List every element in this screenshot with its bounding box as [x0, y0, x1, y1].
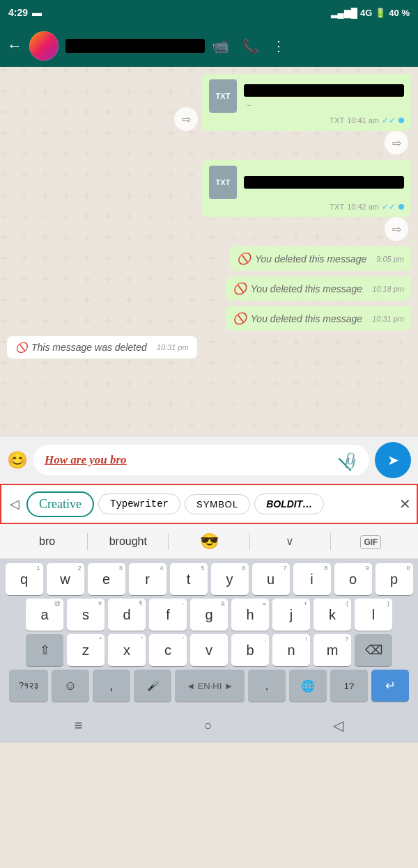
key-y[interactable]: 6y — [211, 563, 249, 595]
key-k[interactable]: (k — [314, 599, 351, 631]
period-key[interactable]: . — [248, 670, 286, 702]
time-stamp-2: 10:42 am — [347, 203, 379, 211]
comma-key[interactable]: , — [93, 670, 130, 702]
key-z[interactable]: *z — [67, 634, 104, 666]
suggestion-bro[interactable]: bro — [7, 530, 87, 553]
globe-key[interactable]: 🌐 — [289, 670, 327, 702]
chat-header: ← 📹 📞 ⋮ — [0, 25, 418, 67]
mic-key[interactable]: 🎤 — [134, 670, 171, 702]
key-u[interactable]: 7u — [252, 563, 290, 595]
key-o[interactable]: 9o — [334, 563, 372, 595]
key-e[interactable]: 3e — [88, 563, 125, 595]
deleted-bubble-1: 🚫 You deleted this message 9:05 pm — [230, 246, 411, 271]
backspace-key[interactable]: ⌫ — [355, 634, 392, 666]
file-ext-label: TXT — [216, 92, 231, 100]
suggestion-gif[interactable]: GIF — [331, 530, 411, 553]
deleted-message-row-1: 🚫 You deleted this message 9:05 pm — [7, 246, 411, 271]
voice-call-icon[interactable]: 📞 — [242, 38, 259, 54]
message-time-2: TXT 10:42 am ✓✓ — [209, 202, 404, 212]
input-text[interactable]: How are you bro — [45, 453, 341, 467]
suggestion-brought[interactable]: brought — [88, 530, 168, 553]
key-w[interactable]: 2w — [47, 563, 84, 595]
font-bar-scroll-left[interactable]: ◁ — [7, 496, 22, 512]
key-q[interactable]: 1q — [6, 563, 43, 595]
file-message-2: TXT TXT 10:42 am ✓✓ — [202, 160, 411, 217]
font-chip-symbol-label: SYMBOL — [196, 499, 238, 510]
key-i[interactable]: 8i — [293, 563, 331, 595]
emoji-button[interactable]: 😊 — [7, 450, 28, 470]
key-d[interactable]: ₹d — [108, 599, 146, 631]
key-row-3: ⇧ *z "x 'c :v ;b !n ?m ⌫ — [3, 634, 415, 666]
deleted-received-bubble: 🚫 This message was deleted 10:31 pm — [7, 336, 197, 358]
nav-home-icon[interactable]: ○ — [203, 718, 212, 734]
space-key[interactable]: ◄ EN·HI ► — [175, 670, 245, 702]
avatar[interactable] — [29, 31, 59, 61]
key-g[interactable]: &g — [190, 599, 228, 631]
key-f[interactable]: -f — [149, 599, 187, 631]
key-b[interactable]: ;b — [231, 634, 269, 666]
forward-row-1: ⇨ — [7, 131, 411, 155]
key-s[interactable]: #s — [67, 599, 104, 631]
battery-level: 40 % — [389, 8, 410, 18]
deleted-received-icon: 🚫 — [15, 342, 27, 353]
file-type-icon: TXT — [209, 79, 237, 113]
suggestion-bar: bro brought 😎 ∨ GIF — [0, 524, 418, 559]
suggestion-emoji-icon: 😎 — [200, 532, 219, 550]
font-chip-creative[interactable]: Creative — [26, 491, 94, 517]
key-c[interactable]: 'c — [149, 634, 187, 666]
attach-icon[interactable]: 📎 — [337, 448, 362, 473]
enter-key[interactable]: ↵ — [371, 670, 409, 702]
key-p[interactable]: 0p — [376, 563, 413, 595]
font-chip-symbol[interactable]: SYMBOL — [185, 494, 250, 514]
send-button[interactable]: ➤ — [375, 442, 411, 478]
video-call-icon[interactable]: 📹 — [212, 38, 229, 54]
back-button[interactable]: ← — [7, 37, 22, 55]
forward-btn-1[interactable]: ⇨ — [385, 131, 408, 155]
deleted-content-2: 🚫 You deleted this message 10:18 pm — [233, 282, 404, 295]
key-j[interactable]: +j — [272, 599, 310, 631]
enter-icon: ↵ — [385, 678, 396, 693]
key-m[interactable]: ?m — [314, 634, 351, 666]
key-h[interactable]: =h — [231, 599, 269, 631]
battery-icon: 🔋 — [375, 8, 386, 18]
font-chip-typewriter[interactable]: Typewriter — [98, 494, 180, 514]
emoji-key[interactable]: ☺ — [52, 670, 89, 702]
font-chip-creative-label: Creative — [39, 497, 82, 511]
message-time: TXT 10:41 am ✓✓ — [209, 116, 404, 125]
num-label: ?१२३ — [19, 680, 38, 691]
time-stamp-1: 10:41 am — [347, 116, 379, 125]
key-n[interactable]: !n — [272, 634, 310, 666]
shift-key[interactable]: ⇧ — [26, 634, 63, 666]
suggestion-expand[interactable]: ∨ — [250, 529, 330, 553]
file-name-redacted — [244, 84, 404, 97]
message-input-field[interactable]: How are you bro 📎 — [33, 445, 369, 475]
font-bar-close-button[interactable]: ✕ — [399, 496, 411, 512]
more-options-icon[interactable]: ⋮ — [272, 38, 286, 54]
key-a[interactable]: @a — [26, 599, 63, 631]
file-content: ⇨ TXT ... — [209, 79, 404, 113]
alt-key[interactable]: 1? — [330, 670, 368, 702]
key-row-bottom: ?१२३ ☺ , 🎤 ◄ EN·HI ► . 🌐 1? ↵ — [3, 670, 415, 702]
nav-back-icon[interactable]: ◁ — [333, 717, 343, 734]
gif-label: GIF — [360, 535, 381, 549]
mic-icon: 🎤 — [147, 680, 159, 691]
nav-menu-icon[interactable]: ≡ — [75, 718, 83, 734]
key-v[interactable]: :v — [190, 634, 228, 666]
forward-btn-2[interactable]: ⇨ — [385, 217, 408, 241]
keyboard: 1q 2w 3e 4r 5t 6y 7u 8i 9o 0p @a #s ₹d -… — [0, 559, 418, 708]
suggestion-emoji[interactable]: 😎 — [169, 527, 249, 556]
key-r[interactable]: 4r — [129, 563, 167, 595]
forward-row-2: ⇨ — [7, 217, 411, 241]
num-key[interactable]: ?१२३ — [9, 670, 48, 702]
deleted-text-2: You deleted this message — [251, 283, 362, 294]
key-l[interactable]: )l — [355, 599, 392, 631]
key-t[interactable]: 5t — [170, 563, 208, 595]
signal-bars: ▂▄▆█ — [331, 8, 357, 18]
file-name-redacted-2 — [244, 176, 404, 189]
time-display: 4:29 — [8, 7, 28, 18]
deleted-text-3: You deleted this message — [251, 313, 362, 324]
file-type-icon-2: TXT — [209, 166, 237, 199]
key-x[interactable]: "x — [108, 634, 146, 666]
forward-icon[interactable]: ⇨ — [174, 107, 198, 131]
font-chip-bolditalic[interactable]: BOLDIT… — [254, 494, 324, 514]
